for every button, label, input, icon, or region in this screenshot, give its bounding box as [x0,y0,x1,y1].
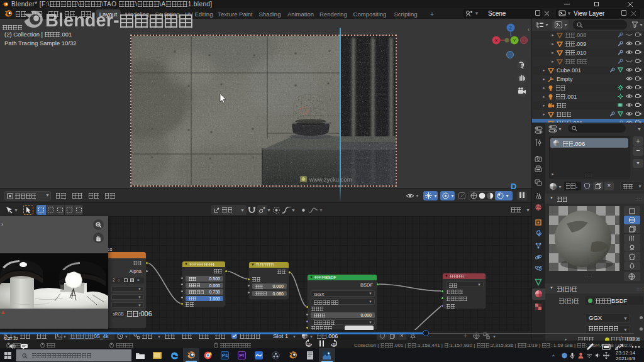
svg-text:Y: Y [513,38,516,43]
svg-text:X: X [495,38,498,43]
svg-text:Z: Z [509,26,513,30]
svg-text:10: 10 [307,343,311,346]
svg-text:30: 30 [332,343,336,346]
